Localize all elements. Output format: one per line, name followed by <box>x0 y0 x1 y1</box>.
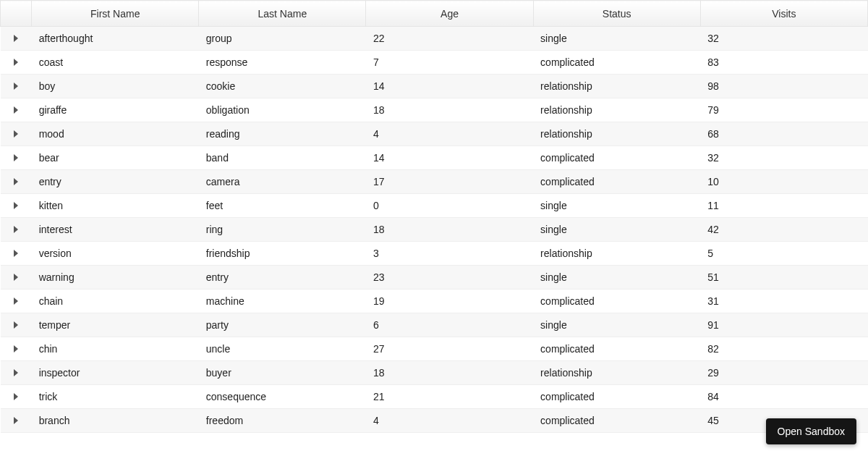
cell-status: single <box>533 266 700 290</box>
table-row: bearband14complicated32 <box>1 146 868 170</box>
cell-firstName: branch <box>32 409 199 433</box>
expand-cell[interactable] <box>1 337 32 361</box>
cell-visits: 32 <box>700 27 867 51</box>
expand-cell[interactable] <box>1 290 32 313</box>
table-row: temperparty6single91 <box>1 313 868 337</box>
open-sandbox-button[interactable]: Open Sandbox <box>766 418 856 444</box>
table-row: branchfreedom4complicated45 <box>1 409 868 433</box>
cell-status: complicated <box>533 337 700 361</box>
cell-lastName: ring <box>199 218 366 242</box>
cell-lastName: cookie <box>199 75 366 98</box>
chevron-right-icon[interactable] <box>14 297 18 305</box>
chevron-right-icon[interactable] <box>14 178 18 185</box>
cell-lastName: group <box>199 27 366 51</box>
expand-cell[interactable] <box>1 242 32 266</box>
cell-visits: 31 <box>700 290 867 313</box>
expand-cell[interactable] <box>1 409 32 433</box>
expand-cell[interactable] <box>1 51 32 75</box>
cell-lastName: friendship <box>199 242 366 266</box>
cell-lastName: buyer <box>199 361 366 385</box>
cell-age: 18 <box>366 218 533 242</box>
chevron-right-icon[interactable] <box>14 393 18 400</box>
cell-lastName: consequence <box>199 385 366 409</box>
table-header-row: First Name Last Name Age Status Visits <box>1 1 868 27</box>
expand-cell[interactable] <box>1 98 32 122</box>
cell-age: 14 <box>366 75 533 98</box>
cell-age: 21 <box>366 385 533 409</box>
table-row: warningentry23single51 <box>1 266 868 290</box>
expand-cell[interactable] <box>1 218 32 242</box>
chevron-right-icon[interactable] <box>14 417 18 424</box>
cell-age: 19 <box>366 290 533 313</box>
cell-status: single <box>533 194 700 218</box>
expand-cell[interactable] <box>1 75 32 98</box>
cell-lastName: feet <box>199 194 366 218</box>
chevron-right-icon[interactable] <box>14 321 18 329</box>
chevron-right-icon[interactable] <box>14 202 18 209</box>
cell-lastName: band <box>199 146 366 170</box>
expand-cell[interactable] <box>1 122 32 146</box>
table-row: chainmachine19complicated31 <box>1 290 868 313</box>
chevron-right-icon[interactable] <box>14 250 18 257</box>
cell-status: relationship <box>533 361 700 385</box>
expand-cell[interactable] <box>1 194 32 218</box>
chevron-right-icon[interactable] <box>14 345 18 352</box>
cell-age: 22 <box>366 27 533 51</box>
table-body: afterthoughtgroup22single32coastresponse… <box>1 27 868 433</box>
data-table: First Name Last Name Age Status Visits a… <box>0 0 868 433</box>
chevron-right-icon[interactable] <box>14 274 18 281</box>
chevron-right-icon[interactable] <box>14 226 18 233</box>
expand-cell[interactable] <box>1 361 32 385</box>
cell-visits: 10 <box>700 170 867 194</box>
table-row: versionfriendship3relationship5 <box>1 242 868 266</box>
expand-cell[interactable] <box>1 170 32 194</box>
cell-visits: 79 <box>700 98 867 122</box>
expand-cell[interactable] <box>1 27 32 51</box>
cell-age: 18 <box>366 98 533 122</box>
cell-lastName: response <box>199 51 366 75</box>
cell-firstName: entry <box>32 170 199 194</box>
cell-visits: 83 <box>700 51 867 75</box>
cell-firstName: coast <box>32 51 199 75</box>
header-age[interactable]: Age <box>366 1 533 27</box>
chevron-right-icon[interactable] <box>14 369 18 376</box>
header-status[interactable]: Status <box>533 1 700 27</box>
table-row: afterthoughtgroup22single32 <box>1 27 868 51</box>
cell-visits: 51 <box>700 266 867 290</box>
expand-cell[interactable] <box>1 313 32 337</box>
expand-cell[interactable] <box>1 266 32 290</box>
expand-cell[interactable] <box>1 385 32 409</box>
cell-age: 3 <box>366 242 533 266</box>
cell-age: 17 <box>366 170 533 194</box>
chevron-right-icon[interactable] <box>14 106 18 114</box>
cell-firstName: temper <box>32 313 199 337</box>
cell-status: complicated <box>533 290 700 313</box>
cell-age: 14 <box>366 146 533 170</box>
cell-firstName: giraffe <box>32 98 199 122</box>
cell-visits: 98 <box>700 75 867 98</box>
cell-status: relationship <box>533 98 700 122</box>
cell-age: 23 <box>366 266 533 290</box>
cell-visits: 42 <box>700 218 867 242</box>
cell-status: relationship <box>533 122 700 146</box>
table-row: moodreading4relationship68 <box>1 122 868 146</box>
cell-firstName: chain <box>32 290 199 313</box>
header-last-name[interactable]: Last Name <box>199 1 366 27</box>
chevron-right-icon[interactable] <box>14 59 18 66</box>
cell-firstName: chin <box>32 337 199 361</box>
chevron-right-icon[interactable] <box>14 35 18 42</box>
cell-firstName: kitten <box>32 194 199 218</box>
cell-firstName: afterthought <box>32 27 199 51</box>
cell-lastName: machine <box>199 290 366 313</box>
chevron-right-icon[interactable] <box>14 130 18 138</box>
expand-cell[interactable] <box>1 146 32 170</box>
cell-status: single <box>533 27 700 51</box>
chevron-right-icon[interactable] <box>14 154 18 161</box>
table-row: kittenfeet0single11 <box>1 194 868 218</box>
header-first-name[interactable]: First Name <box>32 1 199 27</box>
header-visits[interactable]: Visits <box>700 1 867 27</box>
table-row: giraffeobligation18relationship79 <box>1 98 868 122</box>
chevron-right-icon[interactable] <box>14 83 18 90</box>
table-container[interactable]: First Name Last Name Age Status Visits a… <box>0 0 868 456</box>
cell-age: 18 <box>366 361 533 385</box>
